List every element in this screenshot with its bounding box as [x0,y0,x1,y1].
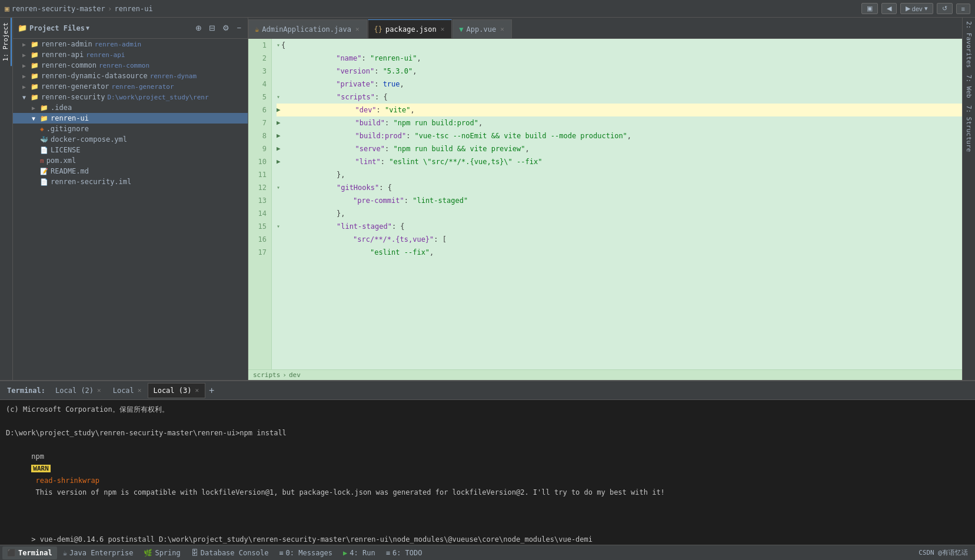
main-layout: 1: Project 📁 Project Files ▼ ⊕ ⊟ ⚙ − ▶ 📁… [0,18,975,380]
sidebar-tab-project[interactable]: 1: Project [1,18,12,66]
terminal-tab-local[interactable]: Local ✕ [108,383,148,398]
status-messages[interactable]: ≡ 0: Messages [274,546,337,559]
label-renren-security: renren-security [41,93,105,101]
tree-item-license[interactable]: ▶ 📄 LICENSE [13,145,248,155]
messages-label: 0: Messages [286,549,332,557]
label-license: LICENSE [51,146,81,154]
warn-label: read-shrinkwrap [31,476,99,485]
run-arrow-6[interactable]: ▶ [277,104,281,116]
terminal-tab-local2-label: Local (2) [55,386,94,395]
tab-app-vue[interactable]: ▼ App.vue ✕ [452,19,511,38]
chevron-renren-common: ▶ [22,62,29,69]
code-line-7: ▶ "build": "npm run build:prod", [277,116,962,129]
layout-btn[interactable]: ▣ [861,3,878,14]
tree-item-renren-admin[interactable]: ▶ 📁 renren-admin renren-admin [13,39,248,49]
run-icon: ▶ [343,549,347,557]
tree-item-renren-dynamic[interactable]: ▶ 📁 renren-dynamic-datasource renren-dyn… [13,71,248,81]
sidebar-tab-web[interactable]: 7: Web [964,71,974,102]
run-arrow-9[interactable]: ▶ [277,142,281,155]
code-line-8: ▶ "build:prod": "vue-tsc --noEmit && vit… [277,129,962,142]
code-line-1: ▾ { [277,39,962,52]
label-iml: renren-security.iml [51,178,131,186]
tree-item-gitignore[interactable]: ▶ ◈ .gitignore [13,124,248,134]
code-line-16: "src/**/*.{ts,vue}": [ [277,233,962,246]
tree-item-renren-common[interactable]: ▶ 📁 renren-common renren-common [13,60,248,71]
status-spring[interactable]: 🌿 Spring [139,546,185,559]
status-database-console[interactable]: 🗄 Database Console [187,546,274,559]
dev-btn-chevron: ▾ [924,5,928,12]
tree-item-docker[interactable]: ▶ 🐳 docker-compose.yml [13,134,248,145]
tree-item-pom[interactable]: ▶ m pom.xml [13,155,248,166]
run-arrow-8[interactable]: ▶ [277,129,281,142]
tab-app-close[interactable]: ✕ [499,25,505,33]
terminal-tab-local2-close[interactable]: ✕ [96,386,102,394]
tab-admin-close[interactable]: ✕ [354,25,361,33]
code-line-14: ▾ }, [277,207,962,220]
code-content[interactable]: ▾ { "name": "renren-ui", "version": "5.3… [272,39,962,369]
tree-item-renren-ui[interactable]: ▼ 📁 renren-ui [13,113,248,124]
menu-btn[interactable]: ≡ [956,4,970,14]
code-line-11: ▾ }, [277,168,962,181]
fold-5[interactable]: ▾ [277,91,280,104]
tab-admin-application[interactable]: ☕ AdminApplication.java ✕ [248,19,367,38]
chevron-idea: ▶ [32,105,39,111]
sublabel-renren-admin: renren-admin [95,41,141,48]
tree-item-iml[interactable]: ▶ 📄 renren-security.iml [13,176,248,187]
breadcrumb-dev: dev [289,371,301,379]
database-icon: 🗄 [191,549,198,557]
collapse-btn[interactable]: ⊟ [207,23,217,33]
tab-app-icon: ▼ [459,25,463,34]
terminal-status-label: Terminal [18,549,52,557]
status-todo[interactable]: ≡ 6: TODO [381,546,427,559]
status-terminal[interactable]: ⬛ Terminal [2,546,57,559]
terminal-tab-local2[interactable]: Local (2) ✕ [50,383,108,398]
add-terminal-tab-btn[interactable]: + [205,385,218,396]
chevron-renren-admin: ▶ [22,41,29,48]
code-line-15: ▾ "lint-staged": { [277,220,962,233]
file-tree-content[interactable]: ▶ 📁 renren-admin renren-admin ▶ 📁 renren… [13,39,248,380]
folder-icon-renren-admin: 📁 [31,41,39,48]
breadcrumb-part2: renren-ui [115,5,153,13]
code-editor[interactable]: 1 2 3 4 5 6 7 8 9 10 11 12 13 14 15 16 1… [248,39,962,369]
close-panel-btn[interactable]: − [235,23,243,33]
file-icon-pom: m [40,157,44,165]
new-file-btn[interactable]: ⊕ [194,23,204,33]
tab-package-json[interactable]: {} package.json ✕ [368,19,452,38]
top-bar-right: ▣ ◀ ▶ dev ▾ ↺ ≡ [861,3,970,14]
code-line-2: "name": "renren-ui", [277,52,962,65]
status-java-enterprise[interactable]: ☕ Java Enterprise [58,546,138,559]
terminal-tab-local3[interactable]: Local (3) ✕ [148,383,205,398]
tree-item-renren-security[interactable]: ▼ 📁 renren-security D:\work\project_stud… [13,92,248,102]
file-tree-header: 📁 Project Files ▼ ⊕ ⊟ ⚙ − [13,18,248,39]
run-arrow-7[interactable]: ▶ [277,116,281,129]
terminal-content[interactable]: (c) Microsoft Corporation。保留所有权利。 D:\wor… [0,400,975,545]
back-btn[interactable]: ◀ [881,3,897,14]
run-arrow-10[interactable]: ▶ [277,155,281,168]
label-idea: .idea [51,104,72,112]
terminal-line-vue-demi: > vue-demi@0.14.6 postinstall D:\work\pr… [6,522,969,545]
tab-package-close[interactable]: ✕ [440,25,446,33]
line-numbers: 1 2 3 4 5 6 7 8 9 10 11 12 13 14 15 16 1… [248,39,272,369]
top-bar: ▣ renren-security-master › renren-ui ▣ ◀… [0,0,975,18]
tab-bar: ☕ AdminApplication.java ✕ {} package.jso… [248,18,962,39]
tree-item-renren-generator[interactable]: ▶ 📁 renren-generator renren-generator [13,81,248,92]
tree-item-readme[interactable]: ▶ 📝 README.md [13,166,248,176]
code-line-5: ▾ "scripts": { [277,91,962,104]
sublabel-renren-generator: renren-generator [112,83,174,91]
label-gitignore: .gitignore [46,125,89,133]
tree-item-idea[interactable]: ▶ 📁 .idea [13,102,248,113]
settings-btn[interactable]: ⚙ [221,23,231,33]
sidebar-tab-structure[interactable]: 7: Structure [964,102,974,155]
terminal-tab-local3-close[interactable]: ✕ [194,386,200,394]
chevron-renren-api: ▶ [22,52,29,58]
label-pom: pom.xml [46,156,76,165]
status-run[interactable]: ▶ 4: Run [338,546,380,559]
refresh-btn[interactable]: ↺ [937,3,953,14]
terminal-tab-local-close[interactable]: ✕ [137,386,143,394]
java-enterprise-icon: ☕ [63,549,67,557]
sidebar-tab-favorites[interactable]: 2: Favorites [964,18,974,71]
dev-btn[interactable]: ▶ dev ▾ [900,3,933,14]
code-line-4: "private": true, [277,78,962,91]
file-tree-title: Project Files [29,24,85,32]
tree-item-renren-api[interactable]: ▶ 📁 renren-api renren-api [13,49,248,60]
